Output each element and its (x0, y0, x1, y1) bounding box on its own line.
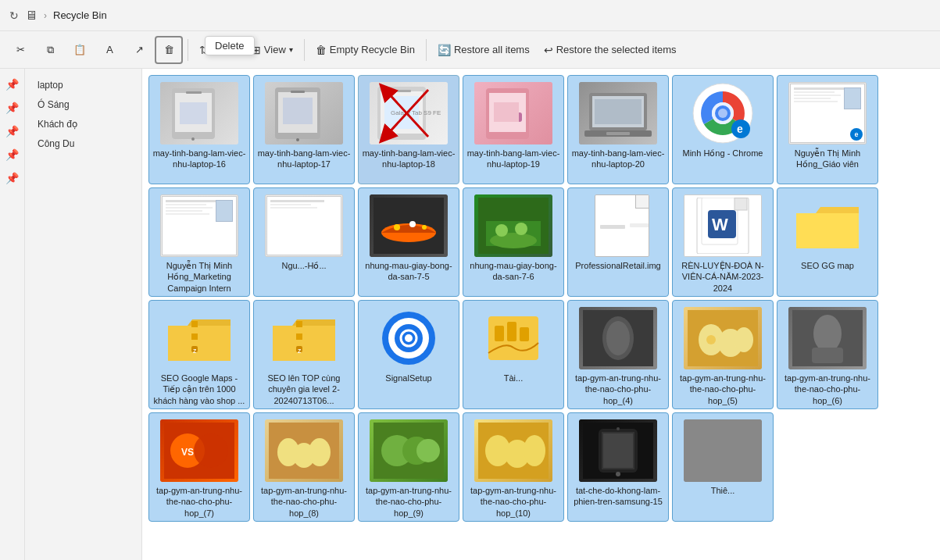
list-item[interactable]: may-tinh-bang-lam-viec-nhu-laptop-17 (253, 75, 355, 184)
refresh-icon[interactable]: ↻ (9, 9, 19, 22)
list-item[interactable]: tat-che-do-khong-lam-phien-tren-samsung-… (567, 412, 669, 522)
rename-button[interactable]: 𝖠 (95, 36, 123, 64)
svg-rect-14 (395, 90, 411, 92)
file-thumbnail (160, 194, 238, 257)
svg-point-82 (194, 433, 228, 468)
svg-rect-68 (520, 327, 529, 341)
svg-rect-25 (606, 132, 630, 135)
list-item[interactable]: e Nguyễn Thị Minh Hồng_Giáo viên (777, 75, 878, 184)
file-thumbnail (788, 194, 867, 257)
nav-item-khach-do[interactable]: Khách đọ (28, 115, 138, 134)
restore-all-button[interactable]: 🔄 Restore all items (431, 36, 536, 64)
svg-rect-67 (507, 322, 516, 341)
file-name: may-tinh-bang-lam-viec-nhu-laptop-19 (466, 148, 560, 170)
toolbar-divider-2 (304, 39, 305, 61)
list-item[interactable]: nhung-mau-giay-bong-da-san-7-5 (358, 187, 459, 297)
paste-button[interactable]: 📋 (66, 36, 94, 64)
file-name: nhung-mau-giay-bong-da-san-7-6 (466, 260, 560, 283)
file-thumbnail: e (788, 82, 867, 144)
file-thumbnail (474, 82, 552, 144)
svg-rect-52 (191, 334, 198, 340)
file-thumbnail: Z (265, 307, 343, 369)
nav-item-o-sang[interactable]: Ó Sáng (28, 95, 138, 114)
share-button[interactable]: ↗ (125, 36, 153, 64)
pin-icon-5[interactable]: 📌 (3, 169, 22, 187)
svg-point-75 (734, 327, 753, 352)
file-thumbnail (579, 194, 657, 257)
file-thumbnail (788, 307, 867, 369)
list-item[interactable]: VS tap-gym-an-trung-nhu-the-nao-cho-phu-… (148, 412, 250, 522)
nav-sidebar: laptop Ó Sáng Khách đọ Công Du (25, 69, 142, 560)
list-item[interactable]: W RÈN-LUYỆN-ĐOÀ N-VIÊN-CÁ-NĂM-2023-2024 (672, 187, 774, 297)
list-item[interactable]: Tài... (463, 300, 564, 409)
svg-rect-8 (291, 91, 305, 93)
file-thumbnail: e (684, 82, 762, 144)
list-item[interactable]: may-tinh-bang-lam-viec-nhu-laptop-19 (463, 75, 564, 184)
svg-point-40 (495, 224, 508, 237)
list-item[interactable]: ProfessionalRetail.img (567, 187, 669, 297)
svg-rect-2 (180, 102, 207, 124)
list-item[interactable]: tap-gym-an-trung-nhu-the-nao-cho-phu-hop… (672, 300, 774, 409)
list-item[interactable]: SignalSetup (358, 300, 459, 409)
svg-point-9 (296, 138, 299, 141)
list-item[interactable]: Z SEO lên TOP cùng chuyên gia level 2-20… (253, 300, 355, 409)
nav-item-laptop[interactable]: laptop (28, 76, 138, 95)
blank-file-icon (595, 194, 649, 257)
list-item[interactable]: tap-gym-an-trung-nhu-the-nao-cho-phu-hop… (777, 300, 878, 409)
list-item[interactable]: tap-gym-an-trung-nhu-the-nao-cho-phu-hop… (358, 412, 459, 522)
main-area: 📌 📌 📌 📌 📌 laptop Ó Sáng Khách đọ Công Du… (0, 69, 940, 560)
pin-icon-2[interactable]: 📌 (3, 98, 22, 117)
svg-rect-23 (595, 99, 642, 124)
list-item[interactable]: Nguyễn Thị Minh Hồng_Marketing Campaign … (148, 187, 250, 297)
svg-point-87 (309, 438, 331, 466)
list-item[interactable]: Thiê... (672, 412, 774, 522)
list-item[interactable]: tap-gym-an-trung-nhu-the-nao-cho-phu-hop… (253, 412, 355, 522)
list-item[interactable]: Z SEO Google Maps - Tiếp cận trên 1000 k… (148, 300, 250, 409)
file-name: tat-che-do-khong-lam-phien-tren-samsung-… (571, 485, 665, 508)
list-item[interactable]: Ngu...-Hồ... (253, 187, 355, 297)
file-thumbnail (579, 419, 657, 482)
file-thumbnail (265, 82, 343, 144)
file-thumbnail (265, 194, 343, 257)
svg-rect-79 (812, 348, 843, 363)
list-item[interactable]: nhung-mau-giay-bong-da-san-7-6 (463, 187, 564, 297)
rename-icon: 𝖠 (106, 44, 113, 55)
restore-selected-button[interactable]: ↩ Restore the selected items (538, 36, 683, 64)
pin-icon-4[interactable]: 📌 (3, 145, 22, 164)
svg-rect-47 (734, 198, 747, 198)
list-item[interactable]: e Minh Hồng - Chrome (672, 75, 774, 184)
svg-point-4 (191, 137, 195, 141)
file-name: tap-gym-an-trung-nhu-the-nao-cho-phu-hop… (571, 373, 665, 405)
copy-button[interactable]: ⧉ (36, 36, 64, 64)
svg-rect-66 (495, 326, 504, 341)
nav-item-cong-du[interactable]: Công Du (28, 134, 138, 153)
file-grid: may-tinh-bang-lam-viec-nhu-laptop-16 may… (148, 75, 934, 522)
file-thumbnail: W (684, 194, 762, 257)
toolbar-divider-3 (426, 39, 427, 61)
file-name: SEO lên TOP cùng chuyên gia level 2-2024… (257, 373, 351, 405)
list-item[interactable]: may-tinh-bang-lam-viec-nhu-laptop-16 (148, 75, 250, 184)
pin-icon-1[interactable]: 📌 (3, 75, 22, 94)
cut-button[interactable]: ✂ (6, 36, 34, 64)
file-name: tap-gym-an-trung-nhu-the-nao-cho-phu-hop… (466, 485, 560, 518)
list-item[interactable]: may-tinh-bang-lam-viec-nhu-laptop-20 (567, 75, 669, 184)
file-thumbnail (474, 419, 552, 482)
file-name: tap-gym-an-trung-nhu-the-nao-cho-phu-hop… (257, 485, 351, 518)
svg-point-29 (718, 109, 727, 118)
list-item[interactable]: Galaxy Tab S9 FE (358, 75, 459, 184)
list-item[interactable]: tap-gym-an-trung-nhu-the-nao-cho-phu-hop… (567, 300, 669, 409)
list-item[interactable]: tap-gym-an-trung-nhu-the-nao-cho-phu-hop… (463, 412, 564, 522)
pin-icon-3[interactable]: 📌 (3, 122, 22, 141)
view-chevron-icon: ▾ (289, 45, 293, 54)
svg-text:Galaxy Tab S9 FE: Galaxy Tab S9 FE (391, 109, 441, 116)
svg-point-91 (416, 439, 440, 462)
delete-button[interactable]: 🗑 (155, 36, 183, 64)
file-name: Ngu...-Hồ... (281, 260, 326, 271)
restore-selected-icon: ↩ (544, 44, 553, 56)
list-item[interactable]: SEO GG map (777, 187, 878, 297)
file-name: tap-gym-an-trung-nhu-the-nao-cho-phu-hop… (362, 485, 456, 518)
svg-rect-58 (296, 334, 302, 340)
empty-recycle-button[interactable]: 🗑 Empty Recycle Bin (309, 36, 421, 64)
file-thumbnail: VS (160, 419, 238, 482)
copy-icon: ⧉ (47, 44, 54, 56)
